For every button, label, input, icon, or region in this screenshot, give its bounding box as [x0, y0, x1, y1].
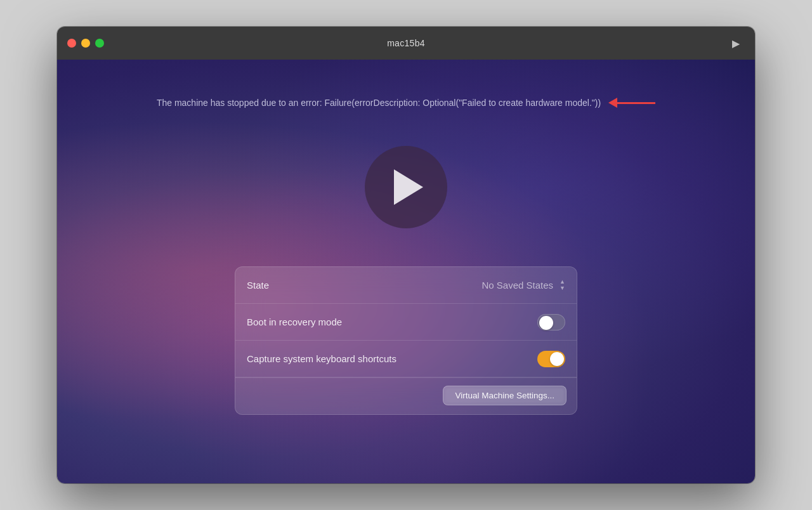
- arrow-shaft: [617, 102, 655, 104]
- boot-recovery-label: Boot in recovery mode: [247, 317, 342, 327]
- settings-button-row: Virtual Machine Settings...: [235, 377, 577, 414]
- play-button[interactable]: [365, 146, 447, 228]
- state-stepper-icon[interactable]: ▲ ▼: [560, 279, 565, 291]
- keyboard-shortcuts-toggle[interactable]: [537, 351, 565, 367]
- settings-panel: State No Saved States ▲ ▼ Boot in recove…: [235, 266, 577, 415]
- titlebar-play-button[interactable]: ▶: [727, 34, 745, 52]
- boot-recovery-toggle-knob: [539, 316, 553, 330]
- traffic-lights: [67, 39, 104, 48]
- minimize-button[interactable]: [81, 39, 90, 48]
- boot-recovery-row: Boot in recovery mode: [235, 304, 577, 341]
- stepper-down-icon: ▼: [560, 285, 565, 291]
- vm-display-area: The machine has stopped due to an error:…: [57, 60, 755, 483]
- keyboard-shortcuts-label: Capture system keyboard shortcuts: [247, 353, 396, 364]
- keyboard-shortcuts-toggle-knob: [550, 352, 564, 366]
- arrow-head-icon: [608, 98, 617, 108]
- state-label: State: [247, 280, 269, 291]
- titlebar: mac15b4 ▶: [57, 27, 755, 60]
- maximize-button[interactable]: [95, 39, 104, 48]
- window-title: mac15b4: [387, 38, 425, 48]
- close-button[interactable]: [67, 39, 76, 48]
- state-value-container[interactable]: No Saved States ▲ ▼: [482, 279, 566, 291]
- play-icon: ▶: [732, 37, 740, 49]
- stepper-up-icon: ▲: [560, 279, 565, 285]
- error-message-container: The machine has stopped due to an error:…: [157, 98, 655, 108]
- boot-recovery-toggle[interactable]: [537, 314, 565, 330]
- error-text: The machine has stopped due to an error:…: [157, 98, 601, 108]
- state-value-text: No Saved States: [482, 280, 554, 291]
- keyboard-shortcuts-row: Capture system keyboard shortcuts: [235, 341, 577, 377]
- vm-settings-button[interactable]: Virtual Machine Settings...: [443, 386, 566, 405]
- main-window: mac15b4 ▶ The machine has stopped due to…: [57, 27, 755, 483]
- arrow-indicator: [608, 98, 655, 108]
- state-row: State No Saved States ▲ ▼: [235, 267, 577, 304]
- play-triangle-icon: [394, 169, 423, 205]
